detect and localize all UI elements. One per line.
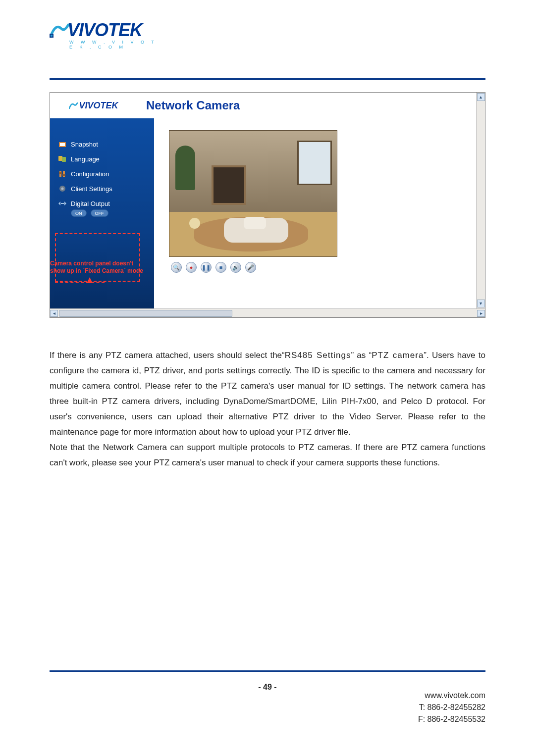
scroll-down-button[interactable]: ▾ bbox=[477, 300, 485, 307]
sidebar: Snapshot Language Configuration bbox=[50, 118, 154, 308]
sidebar-item-digital-output[interactable]: Digital Output bbox=[58, 200, 154, 207]
digital-output-toggle: ON OFF bbox=[71, 209, 154, 217]
sidebar-item-label: Language bbox=[71, 155, 100, 163]
svg-rect-4 bbox=[58, 156, 62, 161]
mic-button[interactable]: 🎤 bbox=[245, 262, 256, 273]
snapshot-icon bbox=[58, 140, 67, 148]
footer-tel: T: 886-2-82455282 bbox=[418, 702, 485, 713]
footer-fax: F: 886-2-82455532 bbox=[418, 713, 485, 725]
annotation-text: Camera control panel doesn't show up in … bbox=[50, 260, 143, 275]
pause-icon: ❚❚ bbox=[202, 264, 211, 271]
record-button[interactable]: ● bbox=[186, 262, 197, 273]
record-icon: ● bbox=[190, 264, 193, 270]
svg-rect-9 bbox=[62, 174, 65, 176]
svg-rect-3 bbox=[60, 143, 65, 146]
app-header: VIVOTEK Network Camera bbox=[50, 93, 485, 118]
svg-point-11 bbox=[61, 188, 64, 190]
logo-subtext: W W W . V I V O T E K . C O M bbox=[69, 40, 163, 50]
digital-output-off-button[interactable]: OFF bbox=[91, 209, 108, 217]
scroll-right-button[interactable]: ▸ bbox=[477, 310, 485, 317]
language-icon bbox=[58, 155, 67, 163]
client-settings-icon bbox=[58, 185, 67, 193]
scroll-left-button[interactable]: ◂ bbox=[50, 310, 58, 317]
zoom-icon: 🔍 bbox=[173, 264, 180, 271]
logo-text: VIVOTEK bbox=[50, 20, 163, 41]
header-rule bbox=[50, 78, 485, 80]
configuration-icon bbox=[58, 170, 67, 178]
annotation-arrow-icon bbox=[86, 277, 94, 284]
video-area: 🔍 ● ❚❚ ■ 🔊 🎤 bbox=[154, 118, 485, 308]
app-logo: VIVOTEK bbox=[59, 96, 128, 115]
footer-url: www.vivotek.com bbox=[418, 690, 485, 702]
page-logo: VIVOTEK W W W . V I V O T E K . C O M bbox=[50, 20, 163, 54]
footer-contact: www.vivotek.com T: 886-2-82455282 F: 886… bbox=[418, 690, 485, 725]
pause-button[interactable]: ❚❚ bbox=[201, 262, 212, 273]
app-body: Snapshot Language Configuration bbox=[50, 118, 485, 308]
mic-icon: 🎤 bbox=[247, 264, 254, 271]
video-controls: 🔍 ● ❚❚ ■ 🔊 🎤 bbox=[169, 262, 485, 273]
sidebar-item-configuration[interactable]: Configuration bbox=[58, 170, 154, 178]
logo-swoosh-icon bbox=[50, 22, 69, 39]
digital-output-icon bbox=[58, 200, 67, 207]
body-text: If there is any PTZ camera attached, use… bbox=[50, 348, 485, 470]
app-logo-swoosh-icon bbox=[69, 101, 78, 110]
digital-output-on-button[interactable]: ON bbox=[71, 209, 87, 217]
svg-rect-7 bbox=[63, 171, 65, 177]
sidebar-item-label: Configuration bbox=[71, 170, 109, 178]
svg-rect-5 bbox=[62, 157, 66, 162]
embedded-screenshot: VIVOTEK Network Camera Snapshot Language bbox=[50, 92, 485, 318]
paragraph-1: If there is any PTZ camera attached, use… bbox=[50, 348, 485, 440]
svg-rect-8 bbox=[59, 172, 62, 174]
sidebar-item-label: Client Settings bbox=[71, 185, 112, 193]
footer-rule bbox=[50, 670, 485, 672]
scroll-handle[interactable] bbox=[59, 310, 232, 317]
app-title: Network Camera bbox=[146, 99, 240, 112]
annotation-line-2: show up in `Fixed Camera` mode bbox=[50, 267, 143, 275]
logo-name: VIVOTEK bbox=[67, 20, 142, 41]
stop-icon: ■ bbox=[219, 264, 223, 270]
sidebar-item-label: Snapshot bbox=[71, 141, 98, 148]
scroll-up-button[interactable]: ▴ bbox=[477, 93, 485, 101]
annotation-leader-line bbox=[55, 282, 105, 283]
horizontal-scrollbar[interactable]: ◂ ▸ bbox=[50, 308, 485, 317]
sidebar-item-label: Digital Output bbox=[71, 200, 110, 207]
sidebar-item-client-settings[interactable]: Client Settings bbox=[58, 185, 154, 193]
sidebar-item-snapshot[interactable]: Snapshot bbox=[58, 140, 154, 148]
video-feed[interactable] bbox=[169, 130, 337, 257]
volume-icon: 🔊 bbox=[232, 264, 239, 271]
paragraph-2: Note that the Network Camera can support… bbox=[50, 440, 485, 470]
annotation-line-1: Camera control panel doesn't bbox=[50, 260, 143, 267]
app-logo-text: VIVOTEK bbox=[79, 101, 118, 111]
vertical-scrollbar[interactable]: ▴ ▾ bbox=[476, 93, 485, 308]
rs485-settings-term: RS485 Settings bbox=[285, 351, 351, 360]
zoom-button[interactable]: 🔍 bbox=[171, 262, 182, 273]
volume-button[interactable]: 🔊 bbox=[230, 262, 241, 273]
svg-point-1 bbox=[51, 35, 53, 37]
stop-button[interactable]: ■ bbox=[215, 262, 226, 273]
sidebar-item-language[interactable]: Language bbox=[58, 155, 154, 163]
ptz-camera-term: PTZ camera bbox=[372, 351, 424, 360]
